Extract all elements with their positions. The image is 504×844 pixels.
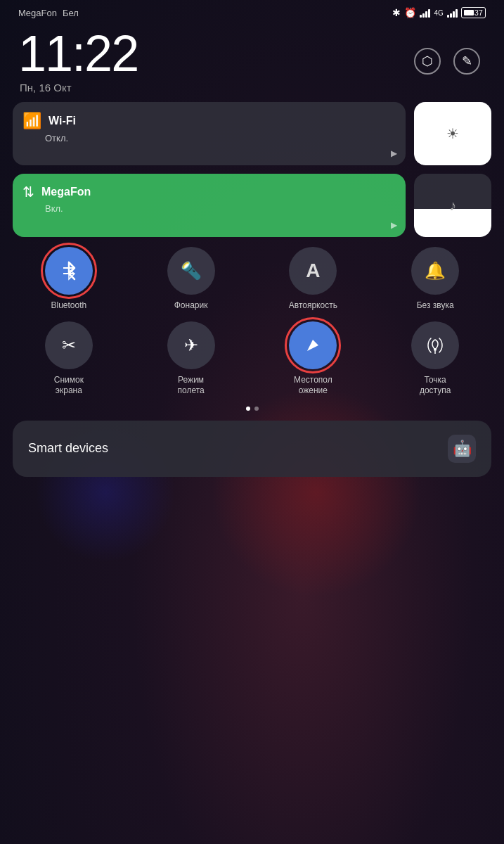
smart-devices-icon: 🤖 — [448, 435, 476, 463]
alarm-status-icon: ⏰ — [404, 7, 416, 18]
wifi-toggle[interactable]: 📶 Wi-Fi Откл. ▶ — [13, 102, 406, 165]
bluetooth-status-icon: ✱ — [392, 7, 401, 18]
flashlight-label: Фонарик — [174, 300, 208, 312]
time-date: Пн, 16 Окт — [20, 82, 138, 94]
brightness-slider[interactable]: ☀ — [414, 102, 491, 165]
smart-devices-label: Smart devices — [28, 441, 108, 456]
wifi-arrow: ▶ — [391, 148, 397, 158]
tile-screenshot[interactable]: ✂ Снимокэкрана — [13, 321, 125, 397]
tile-silent[interactable]: 🔔 Без звука — [379, 247, 491, 312]
smart-icon: 🤖 — [453, 440, 472, 458]
signal-bars-1 — [420, 8, 430, 18]
screenshot-button[interactable]: ✂ — [45, 321, 93, 369]
time-section: 11:22 Пн, 16 Окт ⬡ ✎ — [13, 21, 491, 99]
controls-row: 📶 Wi-Fi Откл. ▶ ⇅ MegaFon Вкл. ▶ — [13, 102, 491, 237]
megafon-arrow: ▶ — [391, 220, 397, 230]
airplane-label: Режимполета — [178, 375, 205, 397]
bluetooth-label: Bluetooth — [51, 300, 87, 312]
tile-hotspot[interactable]: Точкадоступа — [379, 321, 491, 397]
tile-airplane[interactable]: ✈ Режимполета — [135, 321, 247, 397]
megafon-title: MegaFon — [41, 186, 91, 198]
battery-fill — [464, 10, 474, 15]
sliders-column: ☀ ♪ — [414, 102, 491, 237]
quick-tiles-grid: Bluetooth 🔦 Фонарик A Автояркость 🔔 Без … — [13, 237, 491, 399]
tile-autobright[interactable]: A Автояркость — [257, 247, 370, 312]
location-svg-icon — [302, 334, 324, 357]
volume-slider[interactable]: ♪ — [414, 174, 491, 237]
page-dot-2 — [254, 407, 259, 411]
network-4g: 4G — [434, 9, 443, 17]
flashlight-button[interactable]: 🔦 — [167, 247, 215, 295]
bell-icon: 🔔 — [425, 261, 446, 281]
airplane-button[interactable]: ✈ — [167, 321, 215, 369]
airplane-icon: ✈ — [184, 335, 198, 355]
gear-icon: ⬡ — [422, 53, 433, 69]
brightness-settings-button[interactable]: ⬡ — [414, 48, 441, 75]
screenshot-label: Снимокэкрана — [54, 375, 84, 397]
megafon-header: ⇅ MegaFon — [22, 184, 396, 200]
hotspot-label: Точкадоступа — [420, 375, 451, 397]
battery-percent: 37 — [474, 8, 483, 17]
flashlight-icon: 🔦 — [181, 261, 202, 281]
bluetooth-button[interactable] — [45, 247, 93, 295]
location-button[interactable] — [289, 321, 337, 369]
time-icons: ⬡ ✎ — [414, 48, 486, 75]
page-dot-1 — [246, 407, 250, 411]
battery-indicator: 37 — [461, 7, 486, 18]
status-bar: MegaFon Бел ✱ ⏰ 4G — [13, 0, 491, 21]
brightness-icon: ☀ — [446, 125, 459, 142]
font-icon: A — [306, 260, 320, 282]
location-label: Местоположение — [294, 375, 332, 397]
megafon-subtitle: Вкл. — [45, 203, 396, 214]
autobright-button[interactable]: A — [289, 247, 337, 295]
megafon-icon: ⇅ — [22, 184, 34, 200]
signal-bars-2 — [447, 8, 458, 18]
tile-flashlight[interactable]: 🔦 Фонарик — [135, 247, 247, 312]
carrier2: Бел — [63, 8, 79, 18]
tile-location[interactable]: Местоположение — [257, 321, 370, 397]
svg-point-3 — [434, 348, 437, 351]
hotspot-button[interactable] — [411, 321, 459, 369]
carrier1: MegaFon — [18, 8, 57, 18]
bluetooth-svg-icon — [58, 260, 80, 282]
smart-devices-card[interactable]: Smart devices 🤖 — [13, 421, 491, 477]
edit-button[interactable]: ✎ — [453, 48, 480, 75]
silent-label: Без звука — [417, 300, 454, 312]
autobright-label: Автояркость — [289, 300, 337, 312]
time-display: 11:22 — [18, 28, 138, 79]
time-left: 11:22 Пн, 16 Окт — [18, 28, 138, 94]
wifi-header: 📶 Wi-Fi — [22, 112, 396, 130]
hotspot-svg-icon — [424, 334, 446, 357]
status-left: MegaFon Бел — [18, 8, 79, 18]
svg-marker-2 — [307, 340, 318, 351]
silent-button[interactable]: 🔔 — [411, 247, 459, 295]
volume-icon: ♪ — [449, 198, 456, 214]
pagination — [13, 399, 491, 418]
wifi-title: Wi-Fi — [49, 115, 76, 127]
wifi-subtitle: Откл. — [45, 133, 396, 143]
tile-bluetooth[interactable]: Bluetooth — [13, 247, 125, 312]
scissors-icon: ✂ — [62, 335, 76, 355]
megafon-toggle[interactable]: ⇅ MegaFon Вкл. ▶ — [13, 174, 406, 237]
edit-icon: ✎ — [462, 53, 472, 69]
toggles-column: 📶 Wi-Fi Откл. ▶ ⇅ MegaFon Вкл. ▶ — [13, 102, 406, 237]
status-right: ✱ ⏰ 4G 37 — [392, 7, 486, 18]
wifi-icon: 📶 — [22, 112, 41, 130]
